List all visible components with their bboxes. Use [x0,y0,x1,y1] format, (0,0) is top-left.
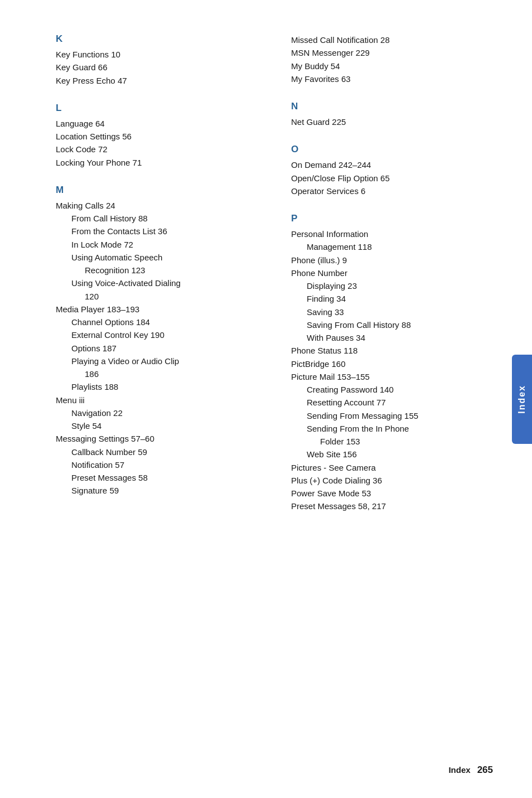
entry-with-pauses: With Pauses 34 [291,331,493,344]
entry-186: 186 [56,367,258,380]
entry-key-press-echo: Key Press Echo 47 [56,74,258,87]
section-N: N Net Guard 225 [291,101,493,128]
entry-from-contacts-list: From the Contacts List 36 [56,225,258,238]
right-column: Missed Call Notification 28 MSN Messenge… [291,33,493,529]
entry-media-player: Media Player 183–193 [56,303,258,316]
left-column: K Key Functions 10 Key Guard 66 Key Pres… [56,33,258,529]
entry-pictures-see-camera: Pictures - See Camera [291,461,493,474]
entry-saving-from-call-history: Saving From Call History 88 [291,318,493,331]
entry-language: Language 64 [56,117,258,130]
entry-phone-illus: Phone (illus.) 9 [291,254,493,267]
entry-resetting-account: Resetting Account 77 [291,396,493,409]
entry-from-call-history: From Call History 88 [56,212,258,225]
entry-open-close-flip: Open/Close Flip Option 65 [291,172,493,185]
entry-signature: Signature 59 [56,484,258,497]
entry-plus-code-dialing: Plus (+) Code Dialing 36 [291,474,493,487]
section-header-O: O [291,144,493,155]
section-L: L Language 64 Location Settings 56 Lock … [56,103,258,169]
entry-notification: Notification 57 [56,458,258,471]
entry-phone-number: Phone Number [291,267,493,279]
entry-location-settings: Location Settings 56 [56,130,258,143]
entry-lock-code: Lock Code 72 [56,143,258,156]
entry-messaging-settings: Messaging Settings 57–60 [56,432,258,445]
entry-channel-options: Channel Options 184 [56,316,258,328]
entry-menu: Menu iii [56,394,258,407]
entry-using-automatic-speech: Using Automatic Speech [56,251,258,264]
entry-making-calls: Making Calls 24 [56,199,258,212]
entry-my-favorites: My Favorites 63 [291,72,493,85]
entry-finding: Finding 34 [291,292,493,305]
section-M: M Making Calls 24 From Call History 88 F… [56,185,258,497]
entry-on-demand: On Demand 242–244 [291,158,493,171]
entry-key-functions: Key Functions 10 [56,48,258,61]
entry-displaying: Displaying 23 [291,279,493,292]
entry-locking-your-phone: Locking Your Phone 71 [56,156,258,169]
entry-sending-from-messaging: Sending From Messaging 155 [291,409,493,422]
entry-style: Style 54 [56,419,258,432]
entry-options-187: Options 187 [56,342,258,355]
section-K: K Key Functions 10 Key Guard 66 Key Pres… [56,33,258,87]
entry-personal-information: Personal Information [291,228,493,240]
footer-page-number: 265 [477,765,493,776]
entry-callback-number: Callback Number 59 [56,446,258,458]
page-footer: Index 265 [448,765,493,776]
entry-msn-messenger: MSN Messenger 229 [291,46,493,59]
entry-saving: Saving 33 [291,306,493,318]
entry-navigation: Navigation 22 [56,407,258,419]
page-container: K Key Functions 10 Key Guard 66 Key Pres… [0,0,532,798]
entry-missed-call: Missed Call Notification 28 [291,33,493,46]
footer-label: Index [448,765,470,775]
entry-creating-password: Creating Password 140 [291,383,493,396]
side-tab-label: Index [517,385,527,414]
index-side-tab: Index [512,355,532,444]
entry-external-control-key: External Control Key 190 [56,328,258,341]
entry-power-save-mode: Power Save Mode 53 [291,487,493,500]
entry-net-guard: Net Guard 225 [291,115,493,128]
entry-voice-120: 120 [56,290,258,303]
section-header-K: K [56,33,258,45]
section-header-L: L [56,103,258,114]
entry-using-voice-activated: Using Voice-Activated Dialing [56,277,258,289]
entry-phone-status: Phone Status 118 [291,344,493,357]
entry-my-buddy: My Buddy 54 [291,60,493,72]
entry-web-site: Web Site 156 [291,448,493,461]
entry-operator-services: Operator Services 6 [291,185,493,197]
entry-picture-mail: Picture Mail 153–155 [291,370,493,383]
entry-preset-messages-58: Preset Messages 58 [56,471,258,484]
entry-sending-from-in-phone: Sending From the In Phone [291,422,493,435]
entry-key-guard: Key Guard 66 [56,61,258,74]
entry-management: Management 118 [291,240,493,253]
entry-in-lock-mode: In Lock Mode 72 [56,238,258,251]
entry-playing-video: Playing a Video or Audio Clip [56,355,258,367]
section-O: O On Demand 242–244 Open/Close Flip Opti… [291,144,493,197]
entry-recognition: Recognition 123 [56,264,258,277]
section-P: P Personal Information Management 118 Ph… [291,213,493,513]
entry-pictbridge: PictBridge 160 [291,357,493,370]
entry-preset-messages-58-217: Preset Messages 58, 217 [291,500,493,512]
entry-folder: Folder 153 [291,435,493,448]
section-header-P: P [291,213,493,224]
section-M-continued: Missed Call Notification 28 MSN Messenge… [291,33,493,85]
entry-playlists: Playlists 188 [56,380,258,393]
content-columns: K Key Functions 10 Key Guard 66 Key Pres… [56,33,493,529]
section-header-N: N [291,101,493,112]
section-header-M: M [56,185,258,196]
